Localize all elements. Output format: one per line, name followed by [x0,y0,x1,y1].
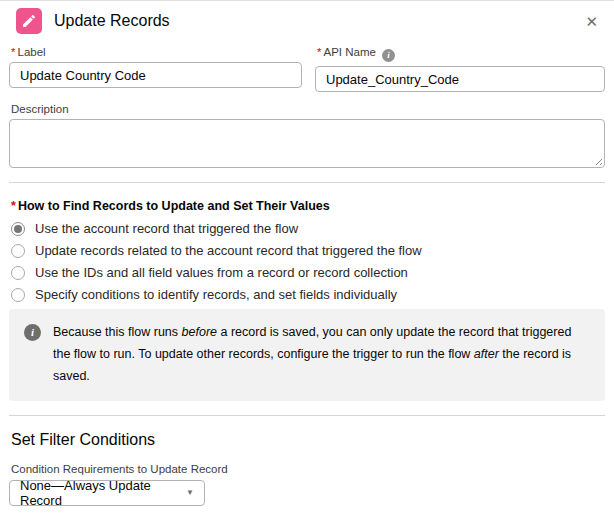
radio-option-specify-conditions[interactable]: Specify conditions to identify records, … [11,287,603,302]
radio-label: Specify conditions to identify records, … [35,287,397,302]
info-icon: i [24,324,41,341]
description-textarea[interactable] [9,119,605,168]
chevron-down-icon: ▼ [186,488,194,497]
radio-button[interactable] [11,266,25,280]
banner-text: Because this flow runs [53,325,182,339]
api-name-field-label: *API Namei [317,46,603,62]
divider [9,182,605,183]
required-asterisk: * [11,199,16,213]
condition-requirements-select[interactable]: None—Always Update Record ▼ [9,480,205,506]
api-name-input[interactable] [315,66,605,92]
condition-requirements-label: Condition Requirements to Update Record [11,463,603,475]
radio-button-selected[interactable] [11,222,25,236]
close-icon[interactable]: ✕ [585,14,598,29]
radio-label: Use the account record that triggered th… [35,221,298,236]
required-asterisk: * [11,46,15,58]
radio-option-ids-and-values[interactable]: Use the IDs and all field values from a … [11,265,603,280]
selected-option: None—Always Update Record [20,478,186,508]
radio-option-related-records[interactable]: Update records related to the account re… [11,243,603,258]
update-records-dialog: Update Records ✕ *Label *API Namei Descr… [0,0,614,513]
label-input[interactable] [9,62,302,88]
banner-text-italic: after [474,347,499,361]
pencil-icon [21,13,37,29]
radio-label: Use the IDs and all field values from a … [35,265,408,280]
radio-label: Update records related to the account re… [35,243,422,258]
dialog-title: Update Records [54,12,170,30]
dialog-header: Update Records ✕ [0,1,614,41]
banner-text-italic: before [182,325,217,339]
filter-conditions-heading: Set Filter Conditions [11,431,603,449]
update-records-icon [16,8,42,34]
how-to-find-heading: *How to Find Records to Update and Set T… [11,199,603,213]
divider [9,415,605,416]
required-asterisk: * [317,46,321,58]
radio-button[interactable] [11,244,25,258]
description-field-label: Description [11,103,603,115]
info-banner: i Because this flow runs before a record… [9,309,605,401]
radio-button[interactable] [11,288,25,302]
label-field-label: *Label [11,46,300,58]
radio-option-triggering-record[interactable]: Use the account record that triggered th… [11,221,603,236]
info-icon[interactable]: i [382,49,395,62]
